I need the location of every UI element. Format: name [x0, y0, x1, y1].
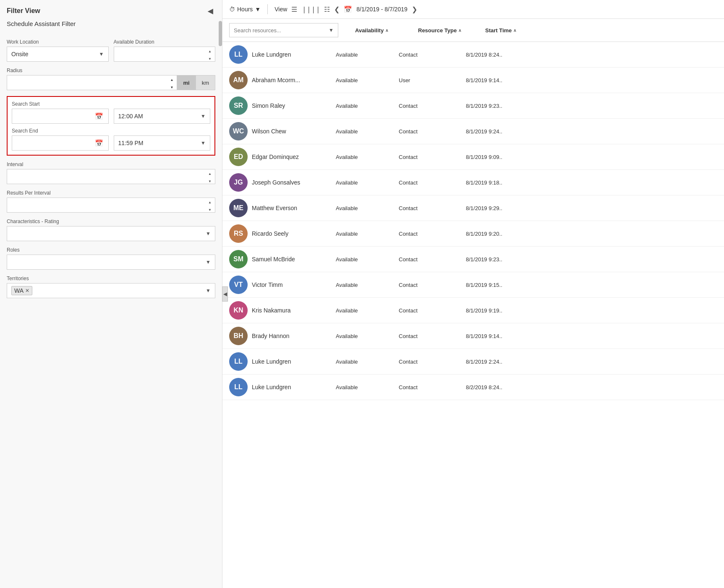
radius-row: 70 mi km — [7, 75, 215, 90]
search-resources-input-wrap[interactable]: ▼ — [229, 23, 338, 37]
results-up-icon[interactable] — [208, 198, 212, 205]
work-location-group: Work Location Onsite ▼ — [7, 33, 109, 62]
resource-type: Contact — [399, 154, 466, 160]
interval-field[interactable]: 1 hour — [10, 173, 208, 180]
results-per-interval-input[interactable] — [7, 198, 215, 213]
table-row[interactable]: VT Victor Timm Available Contact 8/1/201… — [222, 272, 724, 298]
grid-view-icon[interactable]: ☷ — [324, 5, 330, 13]
resource-start-time: 8/1/2019 2:24.. — [466, 359, 717, 365]
available-duration-input[interactable]: 2 hours — [114, 47, 216, 62]
resource-type: Contact — [399, 307, 466, 314]
table-row[interactable]: KN Kris Nakamura Available Contact 8/1/2… — [222, 298, 724, 323]
search-start-time-dropdown[interactable]: 12:00 AM ▼ — [114, 109, 211, 124]
duration-stepper[interactable] — [208, 47, 212, 61]
resource-availability: Available — [336, 52, 399, 58]
table-row[interactable]: LL Luke Lundgren Available Contact 8/2/2… — [222, 375, 724, 400]
resource-type: Contact — [399, 359, 466, 365]
calendar-icon[interactable]: 📅 — [344, 5, 352, 13]
duration-down-icon[interactable] — [208, 55, 212, 61]
search-chevron-icon[interactable]: ▼ — [329, 27, 334, 33]
availability-sort-icon: ∧ — [385, 28, 388, 33]
resource-type: Contact — [399, 282, 466, 288]
resource-name: Abraham Mcorm... — [252, 77, 336, 83]
resource-name: Victor Timm — [252, 281, 336, 288]
radius-stepper[interactable] — [170, 75, 174, 90]
resource-table-header: ▼ Availability ∧ Resource Type ∧ Start T… — [222, 19, 724, 42]
roles-chevron-icon: ▼ — [206, 259, 211, 265]
territory-tag-value: WA — [14, 287, 24, 294]
availability-column-header[interactable]: Availability ∧ — [355, 27, 418, 34]
prev-date-icon[interactable]: ❮ — [334, 5, 340, 13]
resource-name: Matthew Everson — [252, 205, 336, 211]
search-end-time-dropdown[interactable]: 11:59 PM ▼ — [114, 135, 211, 151]
characteristics-chevron-icon: ▼ — [206, 231, 211, 237]
search-end-date-field[interactable]: 8/15/2019 — [16, 140, 95, 146]
search-end-date-input[interactable]: 8/15/2019 📅 — [12, 135, 109, 151]
table-row[interactable]: AM Abraham Mcorm... Available User 8/1/2… — [222, 68, 724, 93]
table-row[interactable]: SR Simon Raley Available Contact 8/1/201… — [222, 93, 724, 119]
table-row[interactable]: WC Wilson Chew Available Contact 8/1/201… — [222, 119, 724, 144]
table-row[interactable]: ME Matthew Everson Available Contact 8/1… — [222, 195, 724, 221]
resource-start-time: 8/1/2019 9:14.. — [466, 333, 717, 339]
search-end-calendar-icon[interactable]: 📅 — [95, 139, 103, 147]
table-row[interactable]: LL Luke Lundgren Available Contact 8/1/2… — [222, 349, 724, 375]
results-stepper[interactable] — [208, 198, 212, 212]
gantt-view-icon[interactable]: ❘❘❘❘ — [301, 5, 320, 13]
resource-name: Brady Hannon — [252, 333, 336, 339]
table-row[interactable]: JG Joseph Gonsalves Available Contact 8/… — [222, 170, 724, 195]
table-row[interactable]: RS Ricardo Seely Available Contact 8/1/2… — [222, 221, 724, 247]
search-start-date-input[interactable]: 8/1/2019 📅 — [12, 109, 109, 124]
start-time-column-header[interactable]: Start Time ∧ — [485, 27, 544, 34]
table-row[interactable]: SM Samuel McBride Available Contact 8/1/… — [222, 247, 724, 272]
roles-dropdown[interactable]: ▼ — [7, 255, 215, 270]
resource-start-time: 8/1/2019 9:09.. — [466, 154, 717, 160]
side-collapse-arrow[interactable]: ◀ — [222, 286, 228, 302]
work-location-dropdown[interactable]: Onsite ▼ — [7, 47, 109, 62]
avatar: BH — [229, 327, 248, 345]
radius-input[interactable]: 70 — [10, 79, 170, 86]
search-start-date-field[interactable]: 8/1/2019 — [16, 113, 95, 120]
territories-dropdown[interactable]: WA ✕ ▼ — [7, 283, 215, 298]
available-duration-field[interactable]: 2 hours — [118, 51, 209, 57]
resource-name: Luke Lundgren — [252, 358, 336, 365]
resource-availability: Available — [336, 103, 399, 109]
scrollbar[interactable] — [219, 21, 222, 46]
unit-mi-button[interactable]: mi — [177, 75, 196, 90]
interval-stepper[interactable] — [208, 169, 212, 184]
resource-start-time: 8/1/2019 9:14.. — [466, 77, 717, 83]
resource-type-column-header[interactable]: Resource Type ∧ — [418, 27, 485, 34]
radius-up-icon[interactable] — [170, 75, 174, 82]
search-start-calendar-icon[interactable]: 📅 — [95, 112, 103, 120]
hours-button[interactable]: ⏱ Hours ▼ — [229, 6, 261, 13]
table-row[interactable]: BH Brady Hannon Available Contact 8/1/20… — [222, 323, 724, 349]
collapse-arrow[interactable]: ◀ — [205, 6, 215, 16]
resource-type: Contact — [399, 180, 466, 186]
resource-type: Contact — [399, 103, 466, 109]
roles-label: Roles — [7, 247, 215, 253]
next-date-icon[interactable]: ❯ — [412, 5, 417, 13]
resource-start-time: 8/1/2019 9:20.. — [466, 231, 717, 237]
resource-type: Contact — [399, 256, 466, 263]
search-resources-input[interactable] — [234, 27, 326, 34]
territory-tag-close-icon[interactable]: ✕ — [25, 288, 29, 294]
unit-km-button[interactable]: km — [196, 75, 215, 90]
table-row[interactable]: LL Luke Lundgren Available Contact 8/1/2… — [222, 42, 724, 68]
resource-name: Joseph Gonsalves — [252, 179, 336, 186]
interval-input[interactable]: 1 hour — [7, 169, 215, 184]
table-row[interactable]: ED Edgar Dominquez Available Contact 8/1… — [222, 144, 724, 170]
radius-down-icon[interactable] — [170, 83, 174, 90]
results-per-interval-field[interactable] — [10, 202, 208, 208]
characteristics-dropdown[interactable]: ▼ — [7, 226, 215, 241]
resource-start-time: 8/1/2019 9:24.. — [466, 128, 717, 135]
resource-type: Contact — [399, 52, 466, 58]
avatar: AM — [229, 71, 248, 89]
results-down-icon[interactable] — [208, 206, 212, 212]
resource-rows-container: LL Luke Lundgren Available Contact 8/1/2… — [222, 42, 724, 400]
duration-up-icon[interactable] — [208, 47, 212, 54]
resource-name: Samuel McBride — [252, 256, 336, 263]
interval-down-icon[interactable] — [208, 177, 212, 184]
interval-up-icon[interactable] — [208, 169, 212, 176]
search-end-time-group: 11:59 PM ▼ — [114, 135, 211, 151]
list-view-icon[interactable]: ☰ — [291, 5, 297, 13]
view-button[interactable]: View — [274, 6, 287, 13]
